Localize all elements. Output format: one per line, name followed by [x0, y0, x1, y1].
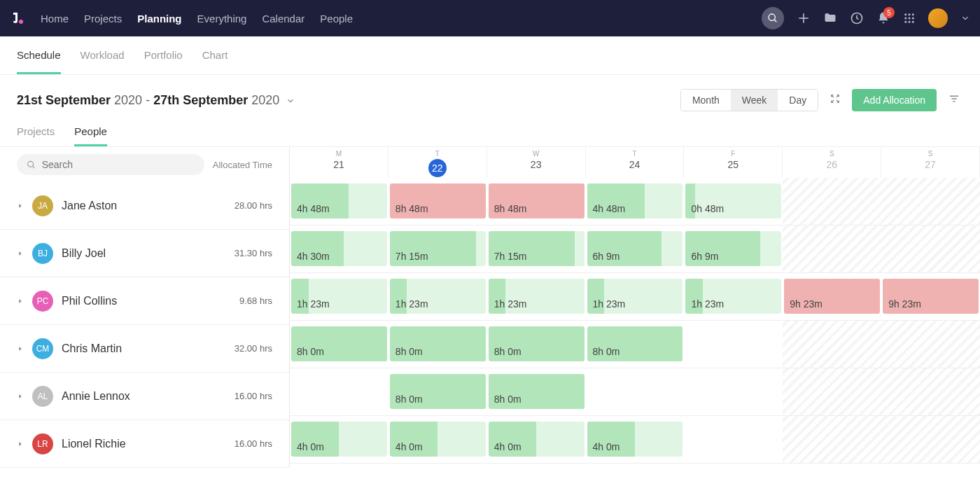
schedule-cell[interactable]	[881, 321, 980, 368]
allocation-block[interactable]: 8h 0m	[489, 326, 584, 361]
allocation-block[interactable]: 4h 0m	[587, 422, 683, 457]
allocation-block[interactable]: 1h 23m	[489, 279, 584, 314]
notifications-icon[interactable]: 5	[876, 11, 890, 25]
schedule-cell[interactable]	[684, 368, 783, 415]
fullscreen-icon[interactable]	[827, 90, 844, 110]
allocation-block[interactable]: 4h 30m	[291, 231, 387, 266]
allocation-block[interactable]: 4h 48m	[587, 183, 683, 218]
allocation-block[interactable]: 8h 0m	[587, 326, 683, 361]
schedule-cell[interactable]: 0h 48m	[684, 178, 783, 225]
schedule-cell[interactable]: 1h 23m	[487, 273, 586, 320]
schedule-cell[interactable]: 4h 0m	[290, 416, 388, 463]
expand-icon[interactable]	[17, 200, 24, 212]
schedule-cell[interactable]: 9h 23m	[881, 273, 980, 320]
nav-home[interactable]: Home	[41, 13, 69, 25]
schedule-cell[interactable]: 8h 0m	[487, 368, 586, 415]
person-name[interactable]: Lionel Richie	[62, 438, 126, 450]
person-name[interactable]: Annie Lennox	[62, 390, 130, 403]
add-icon[interactable]	[797, 11, 811, 25]
schedule-cell[interactable]: 8h 48m	[388, 178, 487, 225]
schedule-cell[interactable]	[881, 416, 980, 463]
allocation-block[interactable]: 6h 9m	[587, 231, 683, 266]
allocation-block[interactable]: 8h 48m	[489, 183, 584, 218]
user-avatar[interactable]	[928, 8, 948, 28]
view-month[interactable]: Month	[681, 90, 731, 111]
schedule-cell[interactable]: 4h 0m	[388, 416, 487, 463]
allocation-block[interactable]: 4h 0m	[291, 422, 387, 457]
filter-people[interactable]: People	[74, 125, 107, 146]
expand-icon[interactable]	[17, 247, 24, 260]
schedule-cell[interactable]	[783, 321, 881, 368]
nav-projects[interactable]: Projects	[84, 13, 122, 25]
allocation-block[interactable]: 1h 23m	[587, 279, 683, 314]
allocation-block[interactable]: 7h 15m	[390, 231, 486, 266]
allocation-block[interactable]: 8h 0m	[489, 374, 584, 409]
person-name[interactable]: Billy Joel	[62, 247, 106, 260]
search-input[interactable]	[42, 159, 195, 170]
nav-calendar[interactable]: Calendar	[262, 13, 304, 25]
chevron-down-icon[interactable]	[960, 13, 970, 23]
allocation-block[interactable]: 8h 0m	[390, 326, 486, 361]
schedule-cell[interactable]	[783, 416, 881, 463]
schedule-cell[interactable]: 7h 15m	[388, 225, 487, 272]
schedule-cell[interactable]	[881, 368, 980, 415]
schedule-cell[interactable]	[290, 368, 388, 415]
tab-workload[interactable]: Workload	[80, 49, 125, 74]
schedule-cell[interactable]	[881, 178, 980, 225]
person-name[interactable]: Chris Martin	[62, 342, 122, 355]
schedule-cell[interactable]: 6h 9m	[586, 225, 685, 272]
schedule-cell[interactable]: 1h 23m	[586, 273, 685, 320]
schedule-cell[interactable]: 4h 30m	[290, 225, 388, 272]
schedule-cell[interactable]: 8h 0m	[290, 321, 388, 368]
allocation-block[interactable]: 8h 0m	[291, 326, 387, 361]
schedule-cell[interactable]: 1h 23m	[290, 273, 388, 320]
expand-icon[interactable]	[17, 295, 24, 307]
logo[interactable]	[10, 10, 27, 27]
view-week[interactable]: Week	[731, 90, 778, 111]
apps-icon[interactable]	[903, 12, 916, 25]
allocation-block[interactable]: 1h 23m	[685, 279, 781, 314]
tab-portfolio[interactable]: Portfolio	[144, 49, 183, 74]
date-range[interactable]: 21st September 2020 - 27th September 202…	[17, 93, 295, 108]
schedule-cell[interactable]	[881, 225, 980, 272]
allocation-block[interactable]: 4h 0m	[489, 422, 584, 457]
allocation-block[interactable]: 6h 9m	[685, 231, 781, 266]
schedule-cell[interactable]: 4h 48m	[586, 178, 685, 225]
schedule-cell[interactable]: 8h 0m	[586, 321, 685, 368]
person-name[interactable]: Phil Collins	[62, 295, 117, 307]
expand-icon[interactable]	[17, 342, 24, 355]
allocation-block[interactable]: 1h 23m	[390, 279, 486, 314]
filter-projects[interactable]: Projects	[17, 125, 55, 146]
allocation-block[interactable]: 9h 23m	[883, 279, 979, 314]
folder-icon[interactable]	[823, 11, 837, 25]
tab-chart[interactable]: Chart	[202, 49, 228, 74]
allocation-block[interactable]: 4h 0m	[390, 422, 486, 457]
expand-icon[interactable]	[17, 390, 24, 403]
view-day[interactable]: Day	[778, 90, 818, 111]
schedule-cell[interactable]	[684, 416, 783, 463]
schedule-cell[interactable]: 6h 9m	[684, 225, 783, 272]
nav-people[interactable]: People	[320, 13, 353, 25]
schedule-cell[interactable]	[586, 368, 685, 415]
chevron-down-icon[interactable]	[286, 96, 295, 106]
allocation-block[interactable]: 1h 23m	[291, 279, 387, 314]
add-allocation-button[interactable]: Add Allocation	[852, 89, 937, 111]
schedule-cell[interactable]: 7h 15m	[487, 225, 586, 272]
schedule-cell[interactable]: 8h 48m	[487, 178, 586, 225]
schedule-cell[interactable]: 4h 48m	[290, 178, 388, 225]
filter-icon[interactable]	[945, 90, 963, 111]
schedule-cell[interactable]	[783, 178, 881, 225]
schedule-cell[interactable]: 8h 0m	[487, 321, 586, 368]
schedule-cell[interactable]	[783, 368, 881, 415]
nav-everything[interactable]: Everything	[197, 13, 247, 25]
expand-icon[interactable]	[17, 438, 24, 450]
search-box[interactable]	[17, 154, 204, 175]
schedule-cell[interactable]	[684, 321, 783, 368]
allocation-block[interactable]: 9h 23m	[784, 279, 880, 314]
allocation-block[interactable]: 8h 48m	[390, 183, 486, 218]
schedule-cell[interactable]	[783, 225, 881, 272]
person-name[interactable]: Jane Aston	[62, 200, 117, 212]
nav-planning[interactable]: Planning	[137, 13, 181, 25]
schedule-cell[interactable]: 4h 0m	[586, 416, 685, 463]
schedule-cell[interactable]: 8h 0m	[388, 321, 487, 368]
